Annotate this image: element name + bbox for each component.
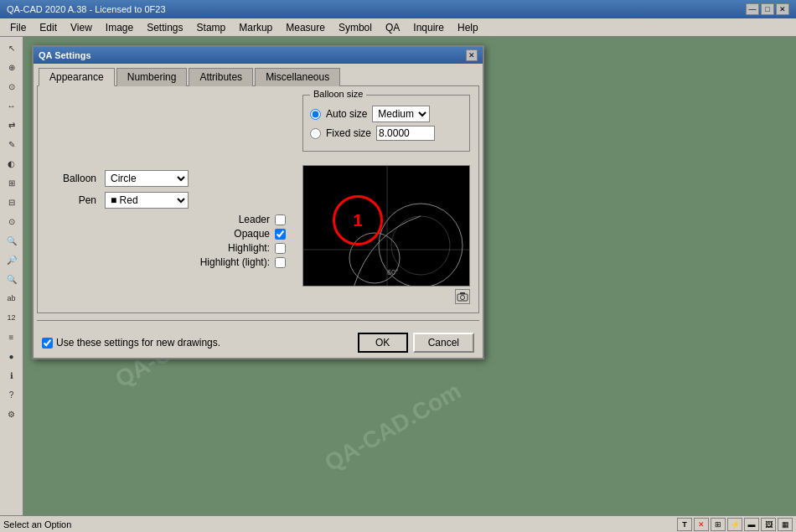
menu-edit[interactable]: Edit — [33, 20, 64, 35]
leader-checkbox[interactable] — [275, 214, 286, 225]
status-icons: T ✕ ⊞ ⚡ ▬ 🖼 ▦ — [677, 518, 793, 531]
menu-measure[interactable]: Measure — [279, 20, 332, 35]
new-drawings-checkbox-row: Use these settings for new drawings. — [42, 337, 220, 349]
balloon-size-group: Balloon size Auto size Medium Small Larg… — [302, 95, 470, 152]
opaque-label: Opaque — [234, 228, 270, 240]
toolbar-btn-19[interactable]: ? — [3, 385, 21, 404]
status-icon-rect[interactable]: ▬ — [744, 518, 759, 531]
menu-symbol[interactable]: Symbol — [332, 20, 379, 35]
close-button[interactable]: ✕ — [776, 3, 789, 15]
toolbar-btn-12[interactable]: 🔎 — [3, 251, 21, 269]
menu-help[interactable]: Help — [451, 20, 485, 35]
menu-markup[interactable]: Markup — [232, 20, 279, 35]
status-icon-t[interactable]: T — [677, 518, 692, 531]
balloon-size-label: Balloon size — [310, 89, 366, 99]
pen-dropdown[interactable]: ■ Red Blue Green Black — [105, 192, 189, 209]
toolbar-btn-14[interactable]: ab — [3, 289, 21, 307]
tab-appearance-content: Balloon size Auto size Medium Small Larg… — [37, 85, 479, 313]
dialog-title: QA Settings — [39, 50, 91, 60]
size-dropdown[interactable]: Medium Small Large — [372, 106, 430, 122]
tabs: Appearance Numbering Attributes Miscella… — [34, 64, 483, 85]
tab-numbering[interactable]: Numbering — [116, 68, 188, 86]
fixed-size-label: Fixed size — [326, 127, 371, 139]
status-icon-grid2[interactable]: ▦ — [778, 518, 793, 531]
title-bar-buttons: — □ ✕ — [746, 3, 789, 15]
toolbar-btn-5[interactable]: ⇄ — [3, 116, 21, 134]
dialog-title-bar: QA Settings ✕ — [34, 47, 483, 64]
pen-field-label: Pen — [46, 194, 96, 206]
toolbar-btn-3[interactable]: ⊙ — [3, 77, 21, 96]
toolbar-btn-20[interactable]: ⚙ — [3, 405, 21, 423]
balloon-row: Balloon Circle Square Triangle Hexagon — [46, 170, 294, 187]
toolbar-btn-6[interactable]: ✎ — [3, 135, 21, 153]
toolbar: ↖ ⊕ ⊙ ↔ ⇄ ✎ ◐ ⊞ ⊟ ⊙ 🔍 🔎 🔍 ab 12 ≡ ● ℹ ? … — [0, 37, 23, 515]
balloon-dropdown[interactable]: Circle Square Triangle Hexagon — [105, 170, 189, 187]
balloon-field-label: Balloon — [46, 173, 96, 184]
menu-stamp[interactable]: Stamp — [190, 20, 233, 35]
minimize-button[interactable]: — — [746, 3, 759, 15]
status-icon-bolt[interactable]: ⚡ — [727, 518, 742, 531]
left-settings: Balloon Circle Square Triangle Hexagon P… — [46, 165, 294, 304]
opaque-checkbox[interactable] — [275, 229, 286, 240]
tab-appearance[interactable]: Appearance — [39, 68, 115, 86]
leader-row: Leader — [46, 214, 294, 225]
toolbar-btn-10[interactable]: ⊙ — [3, 212, 21, 230]
toolbar-btn-2[interactable]: ⊕ — [3, 58, 21, 76]
fixed-size-row: Fixed size — [310, 126, 463, 141]
toolbar-btn-18[interactable]: ℹ — [3, 366, 21, 385]
svg-text:60°: 60° — [387, 268, 399, 276]
new-drawings-label: Use these settings for new drawings. — [56, 337, 220, 349]
tab-miscellaneous[interactable]: Miscellaneous — [255, 68, 340, 86]
menu-qa[interactable]: QA — [379, 20, 406, 35]
menu-view[interactable]: View — [64, 20, 99, 35]
toolbar-btn-8[interactable]: ⊞ — [3, 173, 21, 192]
menu-bar: File Edit View Image Settings Stamp Mark… — [0, 18, 796, 37]
new-drawings-checkbox[interactable] — [42, 338, 53, 349]
bottom-settings: Balloon Circle Square Triangle Hexagon P… — [46, 165, 470, 304]
svg-point-7 — [461, 296, 465, 300]
preview-area: 60° 1 — [302, 165, 470, 287]
status-icon-pic[interactable]: 🖼 — [761, 518, 776, 531]
toolbar-btn-11[interactable]: 🔍 — [3, 231, 21, 250]
balloon-number: 1 — [353, 211, 362, 230]
menu-inquire[interactable]: Inquire — [406, 20, 451, 35]
status-icon-grid[interactable]: ⊞ — [711, 518, 726, 531]
status-icon-x[interactable]: ✕ — [694, 518, 709, 531]
divider — [37, 320, 479, 321]
tab-attributes[interactable]: Attributes — [189, 68, 253, 86]
fixed-size-input[interactable] — [376, 126, 435, 141]
watermark-4: QA-CAD.Com — [320, 378, 466, 478]
leader-label: Leader — [239, 214, 270, 225]
app-title: QA-CAD 2020 A.38 - Licensed to 0F23 — [7, 4, 166, 14]
toolbar-btn-9[interactable]: ⊟ — [3, 193, 21, 211]
highlight-light-row: Highlight (light): — [46, 256, 294, 268]
menu-settings[interactable]: Settings — [140, 20, 189, 35]
auto-size-label: Auto size — [326, 108, 367, 120]
toolbar-btn-1[interactable]: ↖ — [3, 39, 21, 57]
main-area: QA-CAD.Com QA-CAD.Com QA-CAD.Com QA-CAD.… — [23, 37, 796, 515]
status-text: Select an Option — [3, 519, 71, 529]
dialog-buttons: OK Cancel — [358, 333, 474, 353]
toolbar-btn-17[interactable]: ● — [3, 347, 21, 365]
dialog-close-button[interactable]: ✕ — [466, 49, 478, 61]
toolbar-btn-15[interactable]: 12 — [3, 308, 21, 327]
highlight-light-label: Highlight (light): — [200, 256, 270, 268]
fixed-size-radio[interactable] — [310, 128, 321, 139]
toolbar-btn-16[interactable]: ≡ — [3, 328, 21, 346]
menu-image[interactable]: Image — [99, 20, 140, 35]
toolbar-btn-7[interactable]: ◐ — [3, 154, 21, 173]
opaque-row: Opaque — [46, 228, 294, 240]
preview-icon-button[interactable] — [455, 289, 470, 304]
maximize-button[interactable]: □ — [761, 3, 774, 15]
toolbar-btn-13[interactable]: 🔍 — [3, 270, 21, 288]
toolbar-btn-4[interactable]: ↔ — [3, 96, 21, 115]
highlight-light-checkbox[interactable] — [275, 257, 286, 268]
auto-size-radio[interactable] — [310, 109, 321, 120]
qa-settings-dialog: QA Settings ✕ Appearance Numbering Attri… — [32, 45, 484, 359]
highlight-checkbox[interactable] — [275, 243, 286, 254]
balloon-preview: 1 — [333, 195, 383, 245]
cancel-button[interactable]: Cancel — [413, 333, 474, 353]
menu-file[interactable]: File — [3, 20, 33, 35]
ok-button[interactable]: OK — [358, 333, 408, 353]
highlight-label: Highlight: — [228, 242, 270, 254]
